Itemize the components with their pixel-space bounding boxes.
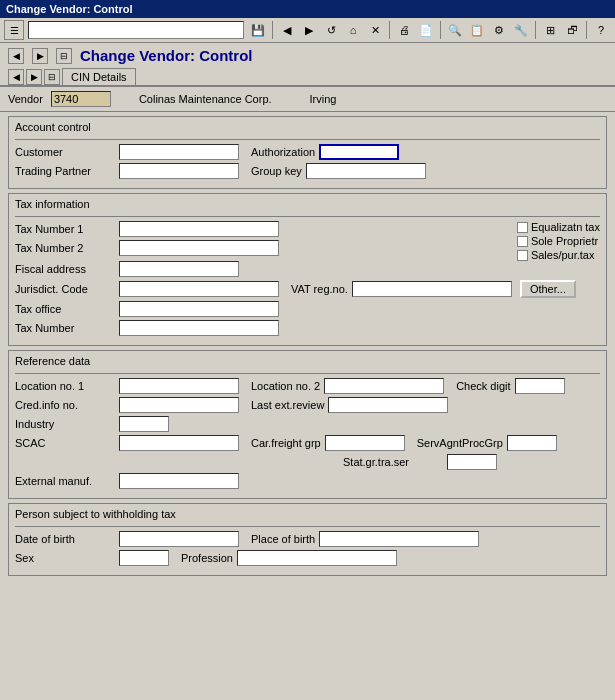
jurisdict-input[interactable]	[119, 281, 279, 297]
external-manuf-row: External manuf.	[15, 473, 600, 489]
find-icon[interactable]: 🔍	[445, 21, 465, 39]
profession-label: Profession	[181, 552, 233, 564]
tab-prev-icon[interactable]: ◀	[8, 69, 24, 85]
industry-label: Industry	[15, 418, 115, 430]
location2-input[interactable]	[324, 378, 444, 394]
place-of-birth-input[interactable]	[319, 531, 479, 547]
fiscal-address-input[interactable]	[119, 261, 239, 277]
car-freight-input[interactable]	[325, 435, 405, 451]
check-digit-input[interactable]	[515, 378, 565, 394]
tax-number2-input[interactable]	[119, 240, 279, 256]
scac-row: SCAC Car.freight grp ServAgntProcGrp	[15, 435, 600, 451]
cred-info-label: Cred.info no.	[15, 399, 115, 411]
serv-agnt-label: ServAgntProcGrp	[417, 437, 503, 449]
header-prev-icon[interactable]: ◀	[8, 48, 24, 64]
tax-info-label: Tax information	[15, 198, 94, 210]
authorization-label: Authorization	[251, 146, 315, 158]
sex-input[interactable]	[119, 550, 169, 566]
dob-input[interactable]	[119, 531, 239, 547]
reference-data-section: Reference data Location no. 1 Location n…	[8, 350, 607, 499]
car-freight-label: Car.freight grp	[251, 437, 321, 449]
fiscal-address-row: Fiscal address	[15, 261, 600, 277]
other-button[interactable]: Other...	[520, 280, 576, 298]
fiscal-address-label: Fiscal address	[15, 263, 115, 275]
tax-number-input[interactable]	[119, 320, 279, 336]
sole-proprietr-checkbox[interactable]	[517, 236, 528, 247]
vendor-company: Colinas Maintenance Corp.	[139, 93, 272, 105]
separator5	[586, 21, 587, 39]
trading-partner-row: Trading Partner Group key	[15, 163, 600, 179]
authorization-input[interactable]	[319, 144, 399, 160]
serv-agnt-input[interactable]	[507, 435, 557, 451]
expand-icon[interactable]: ⊞	[540, 21, 560, 39]
sales-pur-checkbox[interactable]	[517, 250, 528, 261]
toolbar1: ☰ 💾 ◀ ▶ ↺ ⌂ ✕ 🖨 📄 🔍 📋 ⚙ 🔧 ⊞ 🗗 ?	[0, 18, 615, 43]
tax-information-section: Tax information Tax Number 1 Tax Number …	[8, 193, 607, 346]
stat-gr-input[interactable]	[447, 454, 497, 470]
vendor-input[interactable]	[51, 91, 111, 107]
tab-cin-details[interactable]: CIN Details	[62, 68, 136, 85]
window-icon[interactable]: 🗗	[562, 21, 582, 39]
tax-office-input[interactable]	[119, 301, 279, 317]
settings-icon[interactable]: 🔧	[511, 21, 531, 39]
equalizatn-checkbox[interactable]	[517, 222, 528, 233]
help-icon[interactable]: ?	[591, 21, 611, 39]
separator	[272, 21, 273, 39]
find2-icon[interactable]: 📋	[467, 21, 487, 39]
customer-label: Customer	[15, 146, 115, 158]
scac-input[interactable]	[119, 435, 239, 451]
header-next-icon[interactable]: ▶	[32, 48, 48, 64]
tab-next-icon[interactable]: ▶	[26, 69, 42, 85]
cred-info-row: Cred.info no. Last ext.review	[15, 397, 600, 413]
external-manuf-input[interactable]	[119, 473, 239, 489]
ref-data-label: Reference data	[15, 355, 94, 367]
tax-number1-input[interactable]	[119, 221, 279, 237]
vendor-bar: Vendor Colinas Maintenance Corp. Irving	[0, 87, 615, 112]
tools-icon[interactable]: ⚙	[489, 21, 509, 39]
sales-pur-checkbox-row: Sales/pur.tax	[517, 249, 600, 261]
stat-gr-label: Stat.gr.tra.ser	[343, 456, 443, 468]
location1-input[interactable]	[119, 378, 239, 394]
separator2	[389, 21, 390, 39]
person-title-row: Person subject to withholding tax	[15, 508, 600, 527]
sales-pur-label: Sales/pur.tax	[531, 249, 595, 261]
scac-label: SCAC	[15, 437, 115, 449]
group-key-input[interactable]	[306, 163, 426, 179]
industry-input[interactable]	[119, 416, 169, 432]
customer-input[interactable]	[119, 144, 239, 160]
separator3	[440, 21, 441, 39]
external-manuf-label: External manuf.	[15, 475, 115, 487]
equalizatn-checkbox-row: Equalizatn tax	[517, 221, 600, 233]
person-withholding-section: Person subject to withholding tax Date o…	[8, 503, 607, 576]
nav-forward-icon[interactable]: ▶	[299, 21, 319, 39]
refresh-icon[interactable]: ↺	[321, 21, 341, 39]
header-config-icon[interactable]: ⊟	[56, 48, 72, 64]
title-bar-text: Change Vendor: Control	[6, 3, 133, 15]
jurisdict-row: Jurisdict. Code VAT reg.no. Other...	[15, 280, 600, 298]
nav-back-icon[interactable]: ◀	[277, 21, 297, 39]
home-icon[interactable]: ⌂	[343, 21, 363, 39]
menu-icon[interactable]: ☰	[4, 20, 24, 40]
vendor-label: Vendor	[8, 93, 43, 105]
vat-reg-input[interactable]	[352, 281, 512, 297]
profession-input[interactable]	[237, 550, 397, 566]
vendor-city: Irving	[310, 93, 337, 105]
save-doc-icon[interactable]: 💾	[248, 21, 268, 39]
print2-icon[interactable]: 📄	[416, 21, 436, 39]
main-content: Account control Customer Authorization T…	[0, 112, 615, 692]
vat-reg-label: VAT reg.no.	[291, 283, 348, 295]
account-control-label: Account control	[15, 121, 95, 133]
tax-checkboxes: Equalizatn tax Sole Proprietr Sales/pur.…	[517, 221, 600, 261]
place-of-birth-label: Place of birth	[251, 533, 315, 545]
address-bar[interactable]	[28, 21, 244, 39]
last-ext-input[interactable]	[328, 397, 448, 413]
person-label: Person subject to withholding tax	[15, 508, 180, 520]
print-icon[interactable]: 🖨	[394, 21, 414, 39]
cred-info-input[interactable]	[119, 397, 239, 413]
stop-icon[interactable]: ✕	[365, 21, 385, 39]
trading-partner-input[interactable]	[119, 163, 239, 179]
sole-proprietr-label: Sole Proprietr	[531, 235, 598, 247]
tax-number1-label: Tax Number 1	[15, 223, 115, 235]
stat-gr-row: Stat.gr.tra.ser	[15, 454, 600, 470]
tab-config-icon[interactable]: ⊟	[44, 69, 60, 85]
